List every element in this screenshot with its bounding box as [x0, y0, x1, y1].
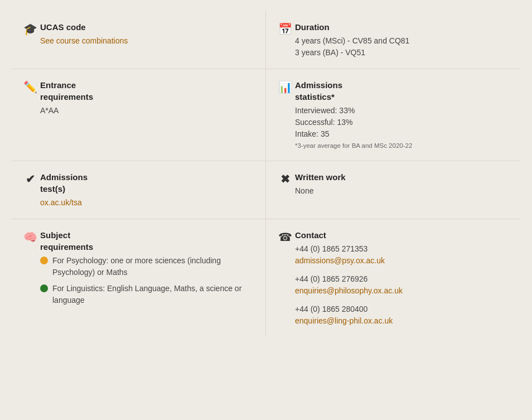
written-work-value: None	[295, 185, 512, 197]
admissions-test-content: Admissionstest(s) ox.ac.uk/tsa	[40, 171, 257, 209]
cell-admissions-test: ✔ Admissionstest(s) ox.ac.uk/tsa	[11, 161, 266, 219]
cell-ucas-code: 🎓 UCAS code See course combinations	[11, 11, 266, 69]
stat-intake: Intake: 35	[295, 128, 512, 140]
subject-linguistics-text: For Linguistics: English Language, Maths…	[52, 283, 257, 306]
contact-phone-2: +44 (0) 1865 276926	[295, 273, 512, 285]
pencil-icon: ✏️	[20, 79, 40, 94]
entrance-value: A*AA	[40, 105, 257, 117]
bar-chart-icon: 📊	[275, 79, 295, 94]
contact-block-2: +44 (0) 1865 276926 enquiries@philosophy…	[295, 273, 512, 297]
contact-email-3[interactable]: enquiries@ling-phil.ox.ac.uk	[295, 316, 393, 325]
cell-duration: 📅 Duration 4 years (MSci) - CV85 and CQ8…	[266, 11, 521, 69]
admissions-stats-label: Admissionsstatistics*	[295, 79, 512, 103]
duration-label: Duration	[295, 21, 512, 33]
cell-entrance: ✏️ Entrancerequirements A*AA	[11, 69, 266, 161]
cell-contact: ☎ Contact +44 (0) 1865 271353 admissions…	[266, 219, 521, 337]
cell-admissions-stats: 📊 Admissionsstatistics* Interviewed: 33%…	[266, 69, 521, 161]
dot-orange	[40, 257, 48, 264]
entrance-label: Entrancerequirements	[40, 79, 257, 103]
subject-req-label: Subjectrequirements	[40, 229, 257, 253]
contact-block-1: +44 (0) 1865 271353 admissions@psy.ox.ac…	[295, 243, 512, 267]
stat-interviewed: Interviewed: 33%	[295, 105, 512, 117]
contact-phone-1: +44 (0) 1865 271353	[295, 243, 512, 255]
dot-green	[40, 284, 48, 292]
graduation-icon: 🎓	[20, 21, 40, 36]
x-icon: ✖	[275, 171, 295, 186]
cell-subject-req: 🧠 Subjectrequirements For Psychology: on…	[11, 219, 266, 337]
admissions-stats-value: Interviewed: 33% Successful: 13% Intake:…	[295, 105, 512, 151]
duration-line-2: 3 years (BA) - VQ51	[295, 47, 512, 59]
contact-phone-3: +44 (0) 1865 280400	[295, 303, 512, 315]
duration-value: 4 years (MSci) - CV85 and CQ81 3 years (…	[295, 35, 512, 59]
entrance-content: Entrancerequirements A*AA	[40, 79, 257, 117]
stat-note: *3-year average for BA and MSc 2020-22	[295, 141, 512, 151]
calendar-icon: 📅	[275, 21, 295, 36]
duration-content: Duration 4 years (MSci) - CV85 and CQ81 …	[295, 21, 512, 59]
admissions-test-value[interactable]: ox.ac.uk/tsa	[40, 197, 257, 209]
ucas-code-content: UCAS code See course combinations	[40, 21, 257, 47]
subject-item-psychology: For Psychology: one or more sciences (in…	[40, 255, 257, 278]
contact-label: Contact	[295, 229, 512, 241]
subject-psychology-text: For Psychology: one or more sciences (in…	[52, 255, 257, 278]
cell-written-work: ✖ Written work None	[266, 161, 521, 219]
course-info-grid: 🎓 UCAS code See course combinations 📅 Du…	[11, 11, 521, 337]
contact-content: Contact +44 (0) 1865 271353 admissions@p…	[295, 229, 512, 327]
ucas-code-value[interactable]: See course combinations	[40, 35, 257, 47]
subject-req-value: For Psychology: one or more sciences (in…	[40, 255, 257, 306]
subject-item-linguistics: For Linguistics: English Language, Maths…	[40, 283, 257, 306]
duration-line-1: 4 years (MSci) - CV85 and CQ81	[295, 35, 512, 47]
subject-req-content: Subjectrequirements For Psychology: one …	[40, 229, 257, 311]
contact-email-1[interactable]: admissions@psy.ox.ac.uk	[295, 256, 385, 265]
ucas-code-label: UCAS code	[40, 21, 257, 33]
written-work-label: Written work	[295, 171, 512, 183]
written-work-content: Written work None	[295, 171, 512, 197]
subject-icon: 🧠	[20, 229, 40, 244]
stat-successful: Successful: 13%	[295, 117, 512, 128]
checkmark-icon: ✔	[20, 171, 40, 186]
admissions-stats-content: Admissionsstatistics* Interviewed: 33% S…	[295, 79, 512, 151]
admissions-test-link[interactable]: ox.ac.uk/tsa	[40, 198, 82, 207]
contact-block-3: +44 (0) 1865 280400 enquiries@ling-phil.…	[295, 303, 512, 327]
contact-email-2[interactable]: enquiries@philosophy.ox.ac.uk	[295, 286, 403, 295]
phone-icon: ☎	[275, 229, 295, 244]
ucas-code-link[interactable]: See course combinations	[40, 36, 128, 45]
contact-value: +44 (0) 1865 271353 admissions@psy.ox.ac…	[295, 243, 512, 327]
admissions-test-label: Admissionstest(s)	[40, 171, 257, 195]
